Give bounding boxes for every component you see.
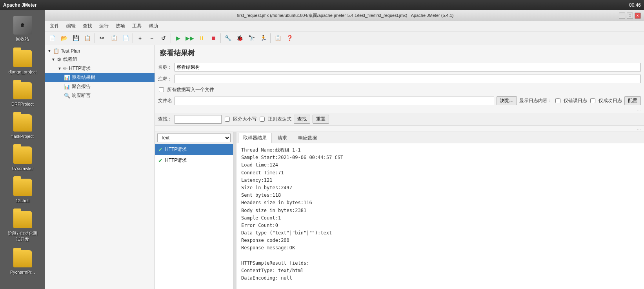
toolbar-templates[interactable]: 🏃 <box>258 33 269 44</box>
toolbar-expand[interactable]: + <box>135 33 146 44</box>
toolbar-sep1 <box>95 33 95 43</box>
menu-help[interactable]: 帮助 <box>146 22 161 30</box>
results-list-panel: Text HTML JSON XML RegExp Tester ✔ HTTP请… <box>155 132 233 289</box>
tab-response-data[interactable]: 响应数据 <box>293 133 322 143</box>
comment-input[interactable] <box>175 75 641 83</box>
desktop-icon-recycle[interactable]: 🗑 回收站 <box>5 14 40 44</box>
desktop-icon-drf[interactable]: DRFProject <box>5 80 40 108</box>
type-dropdown-row: Text HTML JSON XML RegExp Tester <box>155 132 233 144</box>
filename-input[interactable] <box>175 97 494 105</box>
minimize-button[interactable]: — <box>619 13 625 19</box>
log-display-label: 显示日志内容： <box>519 97 552 104</box>
desktop-icon-flask[interactable]: flaskProject <box>5 112 40 140</box>
tab-request[interactable]: 请求 <box>273 133 292 143</box>
name-input[interactable] <box>175 63 641 71</box>
toolbar-new[interactable]: 📄 <box>47 33 58 44</box>
comment-label: 注释： <box>158 76 172 82</box>
desktop-icon-django[interactable]: django_project <box>5 48 40 76</box>
reset-button[interactable]: 重置 <box>313 115 329 124</box>
toolbar-list[interactable]: 📋 <box>272 33 283 44</box>
toolbar-start[interactable]: ▶ <box>173 33 184 44</box>
tree-panel: ▼ 📋 Test Plan ▼ ⚙ 线程组 ▼ ✏ HTTP请求 📊 察看结果树 <box>45 45 155 289</box>
err-log-label: 仅错误日志 <box>564 97 587 104</box>
tree-label-httprequest: HTTP请求 <box>69 65 91 72</box>
toolbar-remote[interactable]: 🔭 <box>246 33 257 44</box>
tab-sampler-result[interactable]: 取样器结果 <box>238 133 272 143</box>
menu-options[interactable]: 选项 <box>113 22 128 30</box>
toolbar-copy[interactable]: 📋 <box>108 33 119 44</box>
err-log-checkbox[interactable] <box>555 98 560 103</box>
desktop-icon-label-pycharm: PycharmPr... <box>10 270 35 274</box>
search-input[interactable] <box>175 115 222 124</box>
toolbar-pause[interactable]: ⏸ <box>196 33 207 44</box>
tree-arrow-httprequest: ▼ <box>58 66 62 71</box>
right-panel: 察看结果树 名称： document.currentScript.previou… <box>155 45 644 289</box>
toolbar-collapse[interactable]: − <box>146 33 157 44</box>
toolbar-start-no-pause[interactable]: ▶▶ <box>184 33 195 44</box>
regex-checkbox[interactable] <box>260 117 265 122</box>
find-button[interactable]: 查找 <box>294 115 310 124</box>
desktop-icon-pycharm[interactable]: PycharmPr... <box>5 248 40 276</box>
toolbar-paste[interactable]: 📄 <box>120 33 131 44</box>
panel-title: 察看结果树 <box>155 45 644 61</box>
tree-item-viewresults[interactable]: 📊 察看结果树 <box>45 73 155 82</box>
type-select[interactable]: Text HTML JSON XML RegExp Tester <box>157 134 231 142</box>
menu-run[interactable]: 运行 <box>96 22 112 30</box>
desktop-icon-stage7[interactable]: 阶段7-自动化测试开发 <box>5 209 40 244</box>
toolbar-sep4 <box>220 33 221 43</box>
toolbar-toggle[interactable]: ↺ <box>158 33 169 44</box>
toolbar: 📄 📂 💾 📋 ✂ 📋 📄 + − ↺ ▶ ▶▶ ⏸ ⏹ 🔧 🐞 🔭 🏃 📋 ❓ <box>45 31 644 45</box>
tree-icon-aggregate: 📊 <box>64 84 70 90</box>
window-title: first_request.jmx (/home/ubuntu1804/桌面/a… <box>72 13 619 18</box>
toolbar-save[interactable]: 💾 <box>70 33 81 44</box>
tree-item-aggregate[interactable]: 📊 聚合报告 <box>45 82 155 91</box>
tree-icon-viewresults: 📊 <box>64 75 70 80</box>
toolbar-open[interactable]: 📂 <box>58 33 69 44</box>
desktop-icon-crawler[interactable]: 07scrawler <box>5 144 40 172</box>
config-button[interactable]: 配置 <box>624 96 641 105</box>
menu-tools[interactable]: 工具 <box>129 22 145 30</box>
filename-label: 文件名 <box>158 97 172 104</box>
drag-handle[interactable]: ··· <box>233 132 236 289</box>
result-item-label-1: HTTP请求 <box>165 157 187 164</box>
close-button[interactable]: ✕ <box>635 13 641 19</box>
detail-content: Thread Name:线程组 1-1 Sample Start:2021-09… <box>236 143 644 289</box>
name-label: 名称： <box>158 64 172 71</box>
tree-item-httprequest[interactable]: ▼ ✏ HTTP请求 <box>45 64 155 73</box>
tree-item-assertion[interactable]: 🔍 响应断言 <box>45 91 155 100</box>
toolbar-clear[interactable]: 🔧 <box>222 33 233 44</box>
menu-bar: 文件 编辑 查找 运行 选项 工具 帮助 <box>45 21 644 31</box>
maximize-button[interactable]: □ <box>627 13 633 19</box>
folder-icon-pycharm <box>13 250 32 267</box>
toolbar-debug[interactable]: 🐞 <box>234 33 245 44</box>
desktop-icon-label-crawler: 07scrawler <box>12 166 33 171</box>
folder-icon-shell <box>13 179 32 196</box>
file-check-label: 所有数据写入一个文件 <box>167 86 214 93</box>
browse-button[interactable]: 浏览... <box>497 96 517 105</box>
result-item-0[interactable]: ✔ HTTP请求 <box>155 144 233 155</box>
result-item-1[interactable]: ✔ HTTP请求 <box>155 155 233 166</box>
jmeter-window: first_request.jmx (/home/ubuntu1804/桌面/a… <box>45 10 644 289</box>
tree-icon-testplan: 📋 <box>53 48 59 54</box>
menu-edit[interactable]: 编辑 <box>63 22 79 30</box>
case-sensitive-checkbox[interactable] <box>225 117 230 122</box>
regex-label: 正则表达式 <box>268 116 291 123</box>
menu-file[interactable]: 文件 <box>47 22 62 30</box>
toolbar-cut[interactable]: ✂ <box>96 33 107 44</box>
tree-item-threadgroup[interactable]: ▼ ⚙ 线程组 <box>45 55 155 64</box>
menu-find[interactable]: 查找 <box>80 22 95 30</box>
file-write-checkbox[interactable] <box>159 87 164 92</box>
toolbar-sep3 <box>171 33 171 43</box>
window-controls[interactable]: — □ ✕ <box>619 13 641 19</box>
check-icon-0: ✔ <box>158 146 163 153</box>
toolbar-help[interactable]: ❓ <box>284 33 295 44</box>
tree-arrow-testplan: ▼ <box>47 49 51 53</box>
success-log-checkbox[interactable] <box>590 98 595 103</box>
toolbar-stop[interactable]: ⏹ <box>208 33 219 44</box>
toolbar-saveas[interactable]: 📋 <box>82 33 93 44</box>
desktop-icon-label-django: django_project <box>8 70 36 74</box>
tree-icon-httprequest: ✏ <box>63 66 67 71</box>
tree-item-testplan[interactable]: ▼ 📋 Test Plan <box>45 47 155 55</box>
desktop-icon-shell[interactable]: 12shell <box>5 176 40 205</box>
os-taskbar: Apache JMeter 00:46 <box>0 0 644 10</box>
